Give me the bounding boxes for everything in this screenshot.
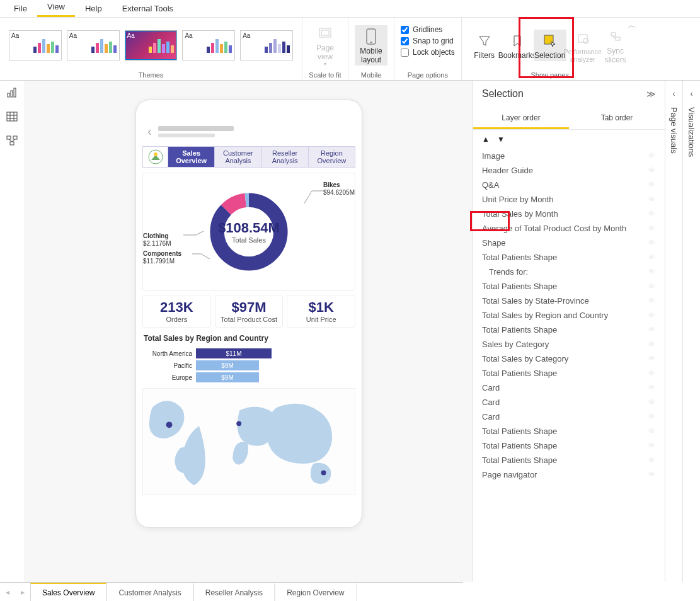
visualizations-pane-collapsed[interactable]: ‹ Visualizations	[682, 81, 700, 582]
move-down-button[interactable]: ▼	[497, 135, 505, 144]
layer-item-18[interactable]: Card👁	[473, 409, 665, 424]
donut-card[interactable]: $108.54M Total Sales Bikes$94.6205M Clot…	[142, 173, 355, 291]
move-up-button[interactable]: ▲	[482, 135, 490, 144]
visibility-icon[interactable]: 👁	[648, 267, 656, 277]
menu-help[interactable]: Help	[75, 0, 112, 17]
kpi-card-2[interactable]: $1KUnit Price	[287, 295, 355, 328]
performance-analyzer-button[interactable]: Performance analyzer	[566, 26, 599, 64]
visibility-icon[interactable]: 👁	[648, 426, 656, 436]
selection-pane-tabs: Layer order Tab order	[473, 108, 665, 130]
lock-checkbox[interactable]: Lock objects	[401, 48, 455, 57]
visibility-icon[interactable]: 👁	[648, 166, 656, 175]
layer-item-10[interactable]: Total Sales by State-Province👁	[473, 294, 665, 308]
layer-item-21[interactable]: Total Patients Shape👁	[473, 453, 665, 467]
theme-swatch-2[interactable]: Aa	[125, 30, 178, 60]
page-view-button[interactable]: Page view ▾	[309, 22, 341, 68]
world-map[interactable]	[142, 388, 355, 495]
chevron-left-icon[interactable]: ‹	[691, 89, 693, 98]
layer-item-1[interactable]: Header Guide👁	[473, 163, 665, 178]
chevron-left-icon[interactable]: ‹	[673, 89, 675, 98]
page-tab-customer-analysis[interactable]: Customer Analysis	[106, 583, 193, 601]
page-tabs: ◂ ▸ Sales OverviewCustomer AnalysisResel…	[0, 582, 463, 601]
visibility-icon[interactable]: 👁	[648, 455, 656, 465]
layer-item-9[interactable]: Total Patients Shape👁	[473, 279, 665, 294]
theme-swatch-1[interactable]: Aa	[67, 30, 120, 60]
layer-item-3[interactable]: Unit Price by Month👁	[473, 192, 665, 207]
visibility-icon[interactable]: 👁	[648, 441, 656, 450]
visibility-icon[interactable]: 👁	[648, 398, 656, 407]
visibility-icon[interactable]: 👁	[648, 224, 656, 233]
theme-swatch-0[interactable]: Aa	[9, 30, 62, 60]
region-bar-chart[interactable]: North America$11MPacific$9MEurope$9M	[142, 346, 355, 384]
layer-item-6[interactable]: Shape👁	[473, 236, 665, 250]
visibility-icon[interactable]: 👁	[648, 383, 656, 392]
layer-item-7[interactable]: Total Patients Shape👁	[473, 250, 665, 265]
layer-item-8[interactable]: Trends for:👁	[473, 265, 665, 279]
menu-external-tools[interactable]: External Tools	[112, 0, 183, 17]
gridlines-checkbox[interactable]: Gridlines	[401, 25, 442, 34]
layer-item-5[interactable]: Average of Total Product Cost by Month👁	[473, 221, 665, 236]
phone-tab-2[interactable]: ResellerAnalysis	[262, 147, 309, 167]
ribbon-group-themes: AaAaAaAaAa Themes	[0, 18, 302, 80]
visibility-icon[interactable]: 👁	[648, 296, 656, 306]
menu-file[interactable]: File	[4, 0, 37, 17]
ribbon-collapse-icon[interactable]: ︿	[628, 20, 636, 31]
visibility-icon[interactable]: 👁	[648, 470, 656, 479]
kpi-card-1[interactable]: $97MTotal Product Cost	[215, 295, 284, 328]
layer-item-22[interactable]: Page navigator👁	[473, 467, 665, 482]
layer-item-4[interactable]: Total Sales by Month👁	[473, 207, 665, 221]
visibility-icon[interactable]: 👁	[648, 209, 656, 219]
visibility-icon[interactable]: 👁	[648, 325, 656, 335]
filters-button[interactable]: Filters	[468, 30, 501, 61]
layer-item-15[interactable]: Total Patients Shape👁	[473, 366, 665, 381]
layer-item-17[interactable]: Card👁	[473, 395, 665, 409]
model-view-icon[interactable]	[6, 135, 19, 147]
report-view-icon[interactable]	[6, 87, 19, 100]
visibility-icon[interactable]: 👁	[648, 340, 656, 349]
layer-item-2[interactable]: Q&A👁	[473, 178, 665, 192]
phone-tab-1[interactable]: CustomerAnalysis	[215, 147, 261, 167]
phone-back-icon[interactable]: ‹	[147, 124, 152, 139]
theme-swatch-4[interactable]: Aa	[240, 30, 293, 60]
layer-item-16[interactable]: Card👁	[473, 381, 665, 395]
visibility-icon[interactable]: 👁	[648, 195, 656, 204]
mobile-layout-button[interactable]: Mobile layout	[355, 25, 387, 66]
selection-pane-collapse-icon[interactable]: ≫	[646, 89, 656, 99]
layer-item-13[interactable]: Sales by Category👁	[473, 337, 665, 352]
layer-item-11[interactable]: Total Sales by Region and Country👁	[473, 308, 665, 323]
snap-checkbox[interactable]: Snap to grid	[401, 37, 454, 45]
visibility-icon[interactable]: 👁	[648, 253, 656, 262]
data-view-icon[interactable]	[6, 111, 19, 123]
visibility-icon[interactable]: 👁	[648, 354, 656, 363]
visibility-icon[interactable]: 👁	[648, 238, 656, 248]
selection-pane: Selection ≫ Layer order Tab order ▲ ▼ Im…	[473, 81, 665, 582]
layer-item-19[interactable]: Total Patients Shape👁	[473, 424, 665, 438]
layer-item-0[interactable]: Image👁	[473, 149, 665, 163]
layer-item-12[interactable]: Total Patients Shape👁	[473, 323, 665, 337]
page-tab-reseller-analysis[interactable]: Reseller Analysis	[193, 583, 275, 601]
sync-icon	[607, 28, 624, 45]
kpi-card-0[interactable]: 213KOrders	[142, 295, 211, 328]
visibility-icon[interactable]: 👁	[648, 311, 656, 320]
bookmarks-button[interactable]: Bookmarks	[501, 30, 534, 61]
phone-tab-3[interactable]: RegionOverview	[309, 147, 355, 167]
phone-tab-0[interactable]: SalesOverview	[168, 147, 215, 167]
tab-layer-order[interactable]: Layer order	[473, 108, 569, 129]
menu-view[interactable]: View	[37, 0, 75, 17]
sync-slicers-button[interactable]: Sync slicers	[599, 25, 632, 66]
tab-scroll-right-icon[interactable]: ▸	[15, 588, 30, 597]
theme-swatch-3[interactable]: Aa	[182, 30, 235, 60]
page-tab-region-overview[interactable]: Region Overview	[275, 583, 356, 601]
selection-button[interactable]: Selection	[534, 30, 566, 61]
layer-item-14[interactable]: Total Sales by Category👁	[473, 352, 665, 366]
layer-item-20[interactable]: Total Patients Shape👁	[473, 438, 665, 453]
tab-tab-order[interactable]: Tab order	[569, 108, 665, 129]
tab-scroll-left-icon[interactable]: ◂	[0, 588, 15, 597]
visibility-icon[interactable]: 👁	[648, 412, 656, 421]
visibility-icon[interactable]: 👁	[648, 151, 656, 161]
visibility-icon[interactable]: 👁	[648, 180, 656, 190]
page-tab-sales-overview[interactable]: Sales Overview	[30, 583, 106, 601]
visibility-icon[interactable]: 👁	[648, 369, 656, 378]
page-visuals-pane-collapsed[interactable]: ‹ Page visuals	[665, 81, 682, 582]
visibility-icon[interactable]: 👁	[648, 282, 656, 291]
